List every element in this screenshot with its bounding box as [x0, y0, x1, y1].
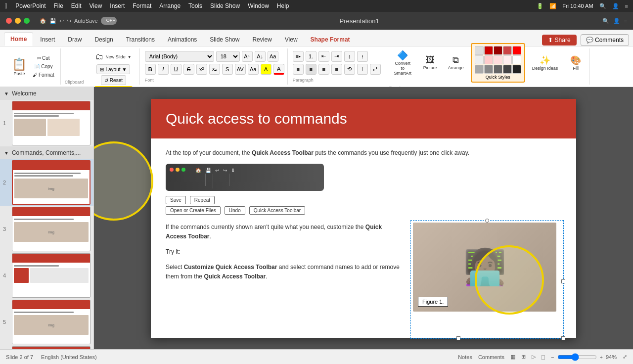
strikethrough-button[interactable]: S — [183, 64, 194, 75]
menu-window[interactable]: Window — [248, 2, 269, 9]
reset-button[interactable]: ↺ Reset — [101, 75, 126, 85]
slide-thumb-1[interactable] — [12, 101, 90, 145]
menu-help[interactable]: Help — [277, 2, 289, 9]
slide-thumb-4[interactable] — [12, 253, 90, 298]
menu-powerpointapp[interactable]: PowerPoint — [15, 2, 45, 9]
slide-thumb-6[interactable] — [12, 346, 90, 349]
layout-button[interactable]: ⊞ Layout ▼ — [96, 64, 130, 74]
tab-design[interactable]: Design — [89, 33, 119, 46]
bold-button[interactable]: B — [145, 64, 156, 75]
maximize-button[interactable] — [24, 18, 30, 24]
slide-thumbnail-4[interactable]: 4 — [0, 252, 93, 299]
decrease-indent-button[interactable]: ⇤ — [318, 51, 329, 62]
section-commands-header[interactable]: ▼ Commands, Comments,... — [0, 146, 93, 159]
normal-view-icon[interactable]: ▦ — [510, 354, 515, 360]
slide-canvas[interactable]: Quick access to commands At the top of y… — [151, 99, 576, 338]
arrange-button[interactable]: ⧉ Arrange — [444, 53, 468, 72]
apple-logo-icon[interactable]:  — [5, 2, 7, 10]
minimize-button[interactable] — [15, 18, 21, 24]
underline-button[interactable]: U — [171, 64, 181, 75]
menu-slideshow[interactable]: Slide Show — [210, 2, 240, 9]
titlebar-search-icon[interactable]: 🔍 — [602, 18, 609, 24]
reading-view-icon[interactable]: ▷ — [532, 354, 536, 360]
slide-thumbnail-1[interactable]: 1 — [0, 100, 93, 146]
numbering-button[interactable]: 1. — [306, 51, 316, 62]
copy-button[interactable]: 📄 Copy — [31, 63, 56, 70]
font-size-select[interactable]: 18 — [216, 51, 240, 62]
format-painter-button[interactable]: 🖌 Format — [31, 71, 56, 79]
bullets-button[interactable]: ≡• — [293, 51, 304, 62]
figure-caption[interactable]: Figure 1. — [418, 297, 448, 307]
close-button[interactable] — [6, 18, 12, 24]
clear-format-button[interactable]: Aa — [268, 51, 278, 62]
new-slide-dropdown-icon[interactable]: ▼ — [128, 55, 132, 59]
comments-button[interactable]: 💬 Comments — [581, 34, 629, 46]
design-ideas-button[interactable]: ✨ Design Ideas — [528, 53, 562, 73]
text-direction-button[interactable]: ⟲ — [344, 64, 355, 75]
menu-edit[interactable]: Edit — [71, 2, 82, 9]
picture-button[interactable]: 🖼 Picture — [419, 53, 441, 72]
menu-view[interactable]: View — [90, 2, 102, 9]
char-spacing-button[interactable]: AV — [235, 64, 246, 75]
titlebar-menu-icon[interactable]: ≡ — [624, 18, 627, 24]
menu-tools[interactable]: Tools — [188, 2, 202, 9]
increase-indent-button[interactable]: ⇥ — [331, 51, 342, 62]
slide-thumbnail-2[interactable]: 2 img — [0, 159, 93, 206]
columns-button[interactable]: ⫶ — [357, 51, 368, 62]
undo-icon[interactable]: ↩ — [59, 18, 64, 24]
tab-insert[interactable]: Insert — [34, 33, 61, 46]
font-family-select[interactable]: Arial (Body) — [145, 51, 214, 62]
align-text-button[interactable]: ⊤ — [357, 64, 368, 75]
subscript-button[interactable]: x₂ — [209, 64, 220, 75]
decrease-font-size-button[interactable]: A↓ — [255, 51, 266, 62]
slide-thumb-5[interactable]: img — [12, 300, 90, 344]
align-center-button[interactable]: ≡ — [306, 64, 316, 75]
align-left-button[interactable]: ≡ — [293, 64, 304, 75]
cut-button[interactable]: ✂ Cut — [31, 54, 56, 62]
convert-smartart-button[interactable]: 🔷 Convert to SmartArt — [389, 48, 416, 78]
quick-styles-button[interactable]: Quick Styles — [471, 43, 525, 83]
increase-font-size-button[interactable]: A↑ — [242, 51, 253, 62]
slide-thumbnail-3[interactable]: 3 img — [0, 206, 93, 252]
tab-slideshow[interactable]: Slide Show — [204, 33, 245, 46]
section-welcome-header[interactable]: ▼ Welcome — [0, 87, 93, 100]
smartart-button[interactable]: ⇄ — [370, 64, 381, 75]
slide-thumb-3[interactable]: img — [12, 207, 90, 251]
new-slide-button[interactable]: 🗂 New Slide ▼ — [91, 50, 135, 63]
menu-format[interactable]: Format — [133, 2, 151, 9]
titlebar-user-icon[interactable]: 👤 — [613, 18, 620, 24]
text-shadow-button[interactable]: S — [222, 64, 233, 75]
autosave-toggle[interactable]: OFF — [101, 17, 117, 25]
zoom-slider[interactable] — [557, 353, 597, 361]
tab-home[interactable]: Home — [4, 32, 33, 46]
tab-view[interactable]: View — [279, 33, 304, 46]
tab-draw[interactable]: Draw — [62, 33, 88, 46]
paste-button[interactable]: 📋 Paste — [8, 49, 31, 84]
menu-arrange[interactable]: Arrange — [159, 2, 181, 9]
font-color-button[interactable]: A — [273, 64, 284, 75]
tab-animations[interactable]: Animations — [162, 33, 203, 46]
notes-button[interactable]: Notes — [458, 354, 472, 360]
shape-fill-button[interactable]: 🎨 Fill — [565, 53, 587, 73]
presenter-view-icon[interactable]: ⎕ — [542, 354, 545, 360]
redo-icon[interactable]: ↪ — [67, 18, 71, 24]
tab-review[interactable]: Review — [246, 33, 277, 46]
fit-to-window-button[interactable]: ⤢ — [623, 354, 627, 360]
slide-sorter-icon[interactable]: ⊞ — [521, 354, 526, 360]
slide-thumbnail-6[interactable]: 6 — [0, 345, 93, 349]
control-center-icon[interactable]: ≡ — [625, 3, 628, 9]
slide-thumbnail-5[interactable]: 5 img — [0, 299, 93, 345]
layout-dropdown-icon[interactable]: ▼ — [122, 67, 127, 72]
menu-file[interactable]: File — [54, 2, 63, 9]
justify-button[interactable]: ≡ — [331, 64, 342, 75]
change-case-button[interactable]: Aa — [248, 64, 259, 75]
menu-insert[interactable]: Insert — [110, 2, 125, 9]
align-right-button[interactable]: ≡ — [318, 64, 329, 75]
line-spacing-button[interactable]: ↕ — [344, 51, 355, 62]
search-icon[interactable]: 🔍 — [599, 3, 606, 9]
user-icon[interactable]: 👤 — [612, 3, 619, 9]
zoom-out-button[interactable]: − — [551, 354, 554, 360]
italic-button[interactable]: I — [158, 64, 169, 75]
superscript-button[interactable]: x² — [196, 64, 207, 75]
slide-thumb-2[interactable]: img — [12, 160, 90, 205]
